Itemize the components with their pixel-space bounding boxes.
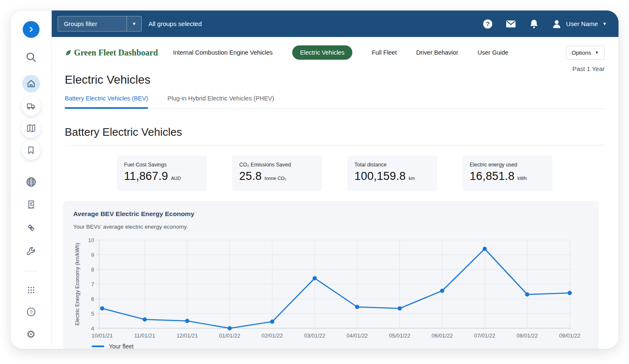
page-title: Electric Vehicles	[65, 73, 605, 87]
stat-card-co2-emissions-saved: CO₂ Emissions Saved 25.8 tonne CO₂	[232, 156, 322, 191]
brand-logo[interactable]: Green Fleet Dashboard	[65, 48, 158, 58]
options-button[interactable]: Options ▼	[566, 46, 605, 60]
stat-unit: kWh	[518, 176, 527, 181]
sidebar-divider	[24, 271, 38, 272]
svg-text:06/01/22: 06/01/22	[431, 332, 453, 339]
energy-economy-chart-card: Average BEV Electric Energy Economy Your…	[63, 201, 599, 349]
help-icon: ?	[25, 306, 37, 318]
svg-text:12/01/21: 12/01/21	[177, 332, 198, 339]
leaf-icon	[65, 49, 72, 56]
svg-text:04/01/22: 04/01/22	[346, 332, 368, 339]
sidebar-expand-button[interactable]	[23, 21, 40, 38]
main-column: Groups filter ▼ All groups selected ?	[52, 11, 618, 349]
user-name-label: User Name	[566, 20, 598, 27]
nav-item-driver-behavior[interactable]: Driver Behavior	[416, 49, 458, 56]
stat-label: Electric energy used	[470, 162, 545, 168]
nav-item-electric-vehicles[interactable]: Electric Vehicles	[292, 45, 353, 60]
groups-status-text: All groups selected	[148, 20, 202, 27]
chevron-down-icon: ▼	[127, 21, 141, 26]
nav-item-full-fleet[interactable]: Full Fleet	[372, 49, 397, 56]
chevron-down-icon: ▼	[603, 21, 607, 26]
svg-text:09/01/22: 09/01/22	[559, 332, 581, 339]
tab-phev[interactable]: Plug-in Hybrid Electric Vehicles (PHEV)	[167, 95, 274, 109]
svg-text:10/01/21: 10/01/21	[92, 332, 113, 339]
legend-label: Your fleet	[109, 343, 134, 349]
chart-legend: Your fleet	[92, 343, 589, 349]
section-title: Battery Electric Vehicles	[65, 126, 605, 139]
topbar-actions: ? User Name ▼	[482, 18, 607, 30]
truck-icon	[26, 100, 37, 111]
stat-value: 16,851.8	[470, 170, 515, 183]
sidebar: ? ⚙	[11, 11, 52, 349]
brand-title: Green Fleet Dashboard	[74, 48, 158, 58]
svg-text:07/01/22: 07/01/22	[474, 332, 496, 339]
svg-text:03/01/22: 03/01/22	[304, 332, 325, 339]
report-checklist-icon	[25, 199, 37, 211]
stat-unit: km	[409, 176, 415, 181]
svg-text:?: ?	[29, 309, 32, 315]
user-avatar-icon	[551, 18, 562, 29]
stats-row: Fuel Cost Savings 11,867.9 AUD CO₂ Emiss…	[65, 156, 605, 191]
svg-text:Electric Energy Economy (km/kW: Electric Energy Economy (km/kWh)	[74, 243, 80, 326]
svg-text:10: 10	[88, 237, 94, 243]
search-icon	[25, 51, 37, 63]
mail-icon[interactable]	[505, 18, 517, 30]
sidebar-item-reports[interactable]	[25, 199, 37, 211]
svg-text:11/01/21: 11/01/21	[134, 332, 155, 339]
bell-icon[interactable]	[529, 18, 539, 29]
apps-grid-icon	[26, 285, 37, 295]
ev-tabs: Battery Electric Vehicles (BEV) Plug-in …	[65, 95, 605, 109]
svg-text:05/01/22: 05/01/22	[389, 332, 410, 339]
sidebar-item-globe[interactable]	[25, 176, 37, 188]
stat-value: 25.8	[239, 170, 262, 183]
globe-icon	[25, 176, 37, 188]
stat-card-electric-energy-used: Electric energy used 16,851.8 kWh	[462, 156, 552, 191]
sidebar-item-settings[interactable]: ⚙	[26, 329, 35, 340]
svg-text:08/01/22: 08/01/22	[517, 332, 538, 339]
svg-text:02/01/22: 02/01/22	[262, 332, 283, 339]
sidebar-item-help[interactable]: ?	[25, 306, 37, 318]
groups-filter-dropdown[interactable]: Groups filter ▼	[58, 16, 142, 32]
dashboard-header: Green Fleet Dashboard Internal Combustio…	[65, 45, 605, 60]
tab-bev[interactable]: Battery Electric Vehicles (BEV)	[65, 95, 148, 109]
user-menu[interactable]: User Name ▼	[551, 18, 607, 29]
home-icon	[26, 79, 36, 89]
stat-unit: tonne CO₂	[264, 176, 286, 181]
stat-label: Total distance	[354, 162, 430, 168]
sidebar-item-home[interactable]	[22, 75, 40, 92]
groups-filter-label: Groups filter	[58, 21, 127, 27]
stat-label: Fuel Cost Savings	[124, 162, 200, 168]
app-window: ? ⚙ Groups filter ▼ All groups selected …	[11, 11, 618, 349]
chevron-down-icon: ▼	[595, 50, 599, 55]
top-nav: Internal Combustion Engine Vehicles Elec…	[173, 45, 508, 60]
options-button-label: Options	[572, 50, 592, 56]
nav-item-ice-vehicles[interactable]: Internal Combustion Engine Vehicles	[173, 49, 273, 56]
sidebar-item-search[interactable]	[25, 51, 37, 63]
legend-swatch	[92, 346, 104, 347]
svg-text:7: 7	[91, 281, 94, 288]
sidebar-item-apps[interactable]	[26, 285, 37, 295]
stat-label: CO₂ Emissions Saved	[239, 162, 315, 168]
svg-text:9: 9	[91, 252, 94, 258]
stat-card-fuel-cost-savings: Fuel Cost Savings 11,867.9 AUD	[117, 156, 207, 191]
bookmark-icon	[26, 145, 36, 156]
chart-subtitle: Your BEVs’ average electric energy econo…	[73, 224, 589, 230]
topbar: Groups filter ▼ All groups selected ?	[52, 11, 618, 37]
stat-card-total-distance: Total distance 100,159.8 km	[347, 156, 437, 191]
sidebar-item-satellite[interactable]	[25, 222, 37, 234]
stat-value: 11,867.9	[124, 170, 168, 183]
sidebar-item-vehicles[interactable]	[21, 96, 41, 116]
energy-economy-line-chart: 4567891010/01/2111/01/2112/01/2101/01/22…	[73, 234, 589, 342]
gear-icon: ⚙	[26, 329, 35, 340]
satellite-icon	[25, 222, 37, 234]
svg-text:8: 8	[91, 266, 94, 273]
help-circle-icon[interactable]: ?	[482, 18, 493, 29]
sidebar-item-bookmarks[interactable]	[21, 140, 41, 160]
stat-value: 100,159.8	[354, 170, 406, 183]
nav-item-user-guide[interactable]: User Guide	[478, 49, 508, 56]
sidebar-item-map[interactable]	[21, 119, 41, 138]
svg-text:01/01/22: 01/01/22	[219, 332, 240, 339]
section-divider	[65, 145, 605, 145]
svg-text:6: 6	[91, 296, 94, 302]
sidebar-item-maintenance[interactable]	[25, 245, 37, 257]
